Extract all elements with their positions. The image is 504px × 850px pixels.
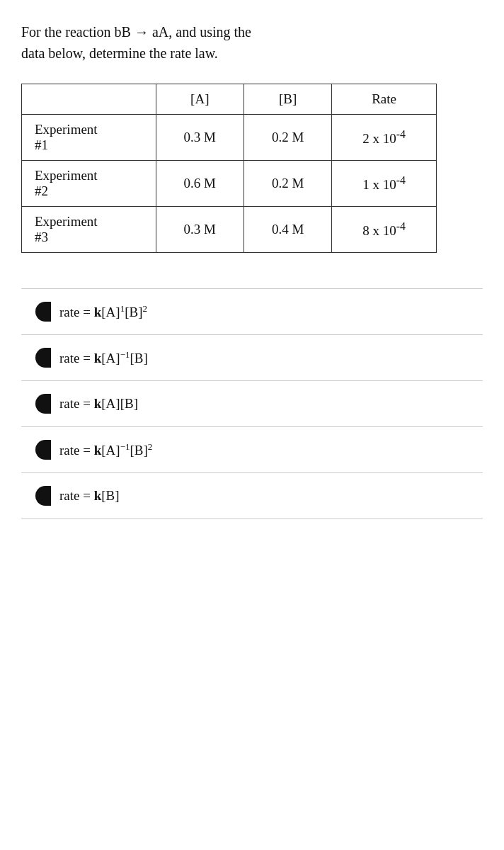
- col-header-A: [A]: [156, 84, 244, 115]
- table-row: Experiment#3 0.3 M 0.4 M 8 x 10-4: [22, 207, 437, 253]
- experiment-1-rate: 2 x 10-4: [332, 115, 436, 161]
- experiment-3-label: Experiment#3: [22, 207, 156, 253]
- experiment-1-B: 0.2 M: [244, 115, 331, 161]
- experiment-1-A: 0.3 M: [156, 115, 244, 161]
- answer-choice-2[interactable]: rate = k[A]−1[B]: [21, 335, 483, 381]
- experiment-3-A: 0.3 M: [156, 207, 244, 253]
- answer-1-formula: rate = k[A]1[B]2: [59, 303, 147, 320]
- answer-choice-5[interactable]: rate = k[B]: [21, 473, 483, 519]
- data-table: [A] [B] Rate Experiment#1 0.3 M 0.2 M 2 …: [21, 84, 437, 253]
- experiment-2-A: 0.6 M: [156, 161, 244, 207]
- col-header-experiment: [22, 84, 156, 115]
- question-line1: For the reaction bB → aA, and using the: [21, 21, 483, 42]
- experiment-2-label: Experiment#2: [22, 161, 156, 207]
- answer-choice-4[interactable]: rate = k[A]−1[B]2: [21, 427, 483, 473]
- experiment-1-label: Experiment#1: [22, 115, 156, 161]
- experiment-2-rate: 1 x 10-4: [332, 161, 436, 207]
- choice-1-icon: [35, 302, 51, 322]
- answer-5-formula: rate = k[B]: [59, 488, 120, 504]
- experiment-3-rate: 8 x 10-4: [332, 207, 436, 253]
- answer-list: rate = k[A]1[B]2 rate = k[A]−1[B] rate =…: [21, 288, 483, 519]
- answer-3-formula: rate = k[A][B]: [59, 396, 138, 412]
- answer-2-formula: rate = k[A]−1[B]: [59, 349, 148, 366]
- col-header-B: [B]: [244, 84, 331, 115]
- choice-3-icon: [35, 394, 51, 414]
- experiment-2-B: 0.2 M: [244, 161, 331, 207]
- question-text: For the reaction bB → aA, and using the …: [21, 21, 483, 64]
- experiment-3-B: 0.4 M: [244, 207, 331, 253]
- answer-choice-3[interactable]: rate = k[A][B]: [21, 381, 483, 427]
- question-line2: data below, determine the rate law.: [21, 42, 483, 64]
- answer-choice-1[interactable]: rate = k[A]1[B]2: [21, 289, 483, 335]
- choice-2-icon: [35, 348, 51, 368]
- choice-5-icon: [35, 486, 51, 506]
- table-row: Experiment#2 0.6 M 0.2 M 1 x 10-4: [22, 161, 437, 207]
- answer-4-formula: rate = k[A]−1[B]2: [59, 441, 152, 458]
- choice-4-icon: [35, 440, 51, 460]
- table-row: Experiment#1 0.3 M 0.2 M 2 x 10-4: [22, 115, 437, 161]
- col-header-rate: Rate: [332, 84, 436, 115]
